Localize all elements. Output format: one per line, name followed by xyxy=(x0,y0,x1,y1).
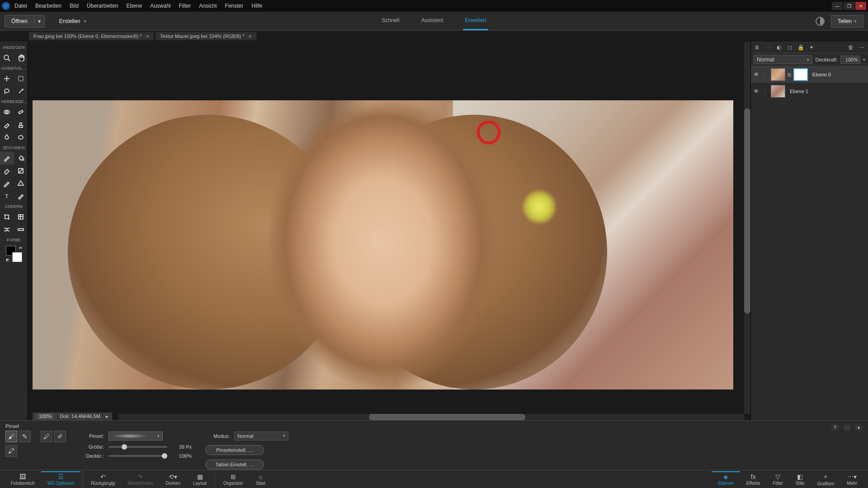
lock-icon[interactable]: 🔒 xyxy=(797,44,804,51)
layer-mask-thumb[interactable] xyxy=(793,68,808,81)
trash-icon[interactable]: 🗑 xyxy=(847,44,854,51)
bb-layout[interactable]: ▦Layout xyxy=(187,472,213,487)
bb-redo[interactable]: ↷Wiederholen xyxy=(121,472,159,487)
tab-assistant[interactable]: Assistent xyxy=(420,12,445,30)
sponge-tool[interactable] xyxy=(14,131,28,144)
hand-tool[interactable] xyxy=(14,52,28,64)
bb-grafiken[interactable]: ＋Grafiken xyxy=(811,472,840,487)
collapse-icon[interactable]: ▾ xyxy=(854,423,863,432)
eraser-tool[interactable] xyxy=(0,164,14,177)
bb-undo[interactable]: ↶Rückgängig xyxy=(85,472,121,487)
vertical-scrollbar[interactable] xyxy=(744,42,750,414)
opacity-slider[interactable] xyxy=(108,455,167,457)
pen-tool[interactable] xyxy=(14,190,28,202)
blend-mode-select[interactable]: Normal▾ xyxy=(754,55,812,64)
menu-bearbeiten[interactable]: Bearbeiten xyxy=(35,3,61,9)
menu-auswahl[interactable]: Auswahl xyxy=(150,3,170,9)
canvas-image[interactable] xyxy=(33,100,733,389)
adjustment-layer-icon[interactable]: ◐ xyxy=(775,44,783,51)
blend-mode-brush-select[interactable]: Normal▾ xyxy=(234,432,288,441)
pencil-tool[interactable] xyxy=(0,177,14,190)
brush-variant-5[interactable]: 🖍 xyxy=(5,445,17,457)
brush-variant-3[interactable]: 🖊 xyxy=(41,431,52,442)
brush-tool[interactable] xyxy=(0,152,14,164)
fx-icon[interactable]: ✦ xyxy=(808,44,815,51)
menu-hilfe[interactable]: Hilfe xyxy=(251,3,262,9)
horizontal-scroll-thumb[interactable] xyxy=(369,414,525,420)
swap-colors-icon[interactable]: ⇄ xyxy=(19,246,22,250)
crop-tool[interactable] xyxy=(0,211,14,223)
mask-link-icon[interactable]: ⛓ xyxy=(787,72,792,77)
menu-filter[interactable]: Filter xyxy=(179,3,191,9)
visibility-icon[interactable]: 👁 xyxy=(754,71,761,78)
bb-ebenen[interactable]: ◈Ebenen xyxy=(712,471,740,487)
size-slider-thumb[interactable] xyxy=(122,444,127,450)
menu-bild[interactable]: Bild xyxy=(70,3,79,9)
spot-heal-tool[interactable] xyxy=(14,106,28,118)
menu-fenster[interactable]: Fenster xyxy=(225,3,244,9)
lasso-tool[interactable] xyxy=(0,85,14,98)
close-icon[interactable]: ✕ xyxy=(146,34,149,39)
bb-mehr[interactable]: ⋯▾Mehr xyxy=(840,472,863,487)
bb-filter[interactable]: ▽Filter xyxy=(767,472,789,487)
brush-preset-picker[interactable]: ▾ xyxy=(108,432,163,441)
wand-tool[interactable] xyxy=(14,85,28,98)
default-colors-icon[interactable]: ◩ xyxy=(6,258,9,262)
zoom-tool[interactable] xyxy=(0,52,14,64)
brush-variant-4[interactable]: ✐ xyxy=(54,431,66,442)
horizontal-scrollbar[interactable] xyxy=(118,414,744,420)
options-menu-icon[interactable]: ⋯ xyxy=(843,423,851,432)
link-icon[interactable]: ⋮ xyxy=(763,72,769,77)
recompose-tool[interactable] xyxy=(14,211,28,223)
layer-row-0[interactable]: 👁 ⋮ ⛓ Ebene 0 xyxy=(751,66,868,83)
help-icon[interactable]: ? xyxy=(831,423,839,432)
menu-ebene[interactable]: Ebene xyxy=(126,3,142,9)
new-layer-icon[interactable]: 🗎 xyxy=(754,44,761,51)
bb-start[interactable]: ⌂Start xyxy=(250,472,272,487)
close-button[interactable]: ✕ xyxy=(855,2,866,10)
layer-name[interactable]: Ebene 0 xyxy=(812,72,831,77)
layer-row-1[interactable]: 👁 ⋮ Ebene 1 xyxy=(751,83,868,100)
bb-organizer[interactable]: ⊞Organizer xyxy=(217,472,250,487)
brush-variant-1[interactable]: 🖌 xyxy=(5,431,17,442)
link-icon[interactable]: ⋮ xyxy=(763,89,769,94)
move-content-tool[interactable] xyxy=(0,223,14,236)
canvas-area[interactable]: 100% Dok: 14,4M/46,5M ▸ xyxy=(28,42,750,420)
size-value[interactable]: 39 Px xyxy=(172,444,192,450)
tablet-settings-button[interactable]: Tablet-Einstell. … xyxy=(205,460,264,469)
panel-menu-icon[interactable]: ⋯ xyxy=(858,44,865,51)
smart-brush-tool[interactable] xyxy=(0,118,14,131)
straighten-tool[interactable] xyxy=(14,223,28,236)
color-swatches[interactable]: ⇄ ◩ xyxy=(6,246,22,262)
visibility-icon[interactable]: 👁 xyxy=(754,88,761,94)
opacity-slider-thumb[interactable] xyxy=(162,453,167,459)
tab-advanced[interactable]: Erweitert xyxy=(463,12,488,30)
new-group-icon[interactable]: ▭ xyxy=(764,44,772,51)
minimize-button[interactable]: — xyxy=(832,2,843,10)
menu-datei[interactable]: Datei xyxy=(14,3,27,9)
shape-tool[interactable] xyxy=(14,177,28,190)
menu-ansicht[interactable]: Ansicht xyxy=(199,3,217,9)
doc-tab-0[interactable]: Frau.jpeg bei 100% (Ebene 0, Ebenenmaske… xyxy=(29,32,154,40)
opacity-value[interactable]: 100% xyxy=(840,56,860,64)
brush-variant-2[interactable]: ✎ xyxy=(19,431,31,442)
tab-quick[interactable]: Schnell xyxy=(380,12,401,30)
close-icon[interactable]: ✕ xyxy=(248,34,252,39)
create-dropdown[interactable]: Erstellen▾ xyxy=(54,15,92,27)
clone-tool[interactable] xyxy=(14,118,28,131)
doc-info-caret[interactable]: ▸ xyxy=(106,413,108,419)
open-button[interactable]: Öffnen xyxy=(5,15,34,28)
bb-wzoptionen[interactable]: ☰WZ-Optionen xyxy=(41,471,80,487)
open-dropdown-caret[interactable]: ▾ xyxy=(34,15,45,28)
doc-tab-1[interactable]: Textur Mauer.jpeg bei 104% (RGB/8) *✕ xyxy=(156,32,256,40)
bb-stile[interactable]: ◧Stile xyxy=(789,472,811,487)
bb-rotate[interactable]: ⟲▾Drehen xyxy=(159,472,187,487)
zoom-percent[interactable]: 100% xyxy=(36,413,54,419)
mask-icon[interactable]: ◻ xyxy=(786,44,793,51)
gradient-tool[interactable] xyxy=(14,164,28,177)
menu-ueberarbeiten[interactable]: Überarbeiten xyxy=(87,3,118,9)
move-tool[interactable] xyxy=(0,72,14,85)
size-slider[interactable] xyxy=(108,446,167,448)
bucket-tool[interactable] xyxy=(14,152,28,164)
redeye-tool[interactable] xyxy=(0,106,14,118)
